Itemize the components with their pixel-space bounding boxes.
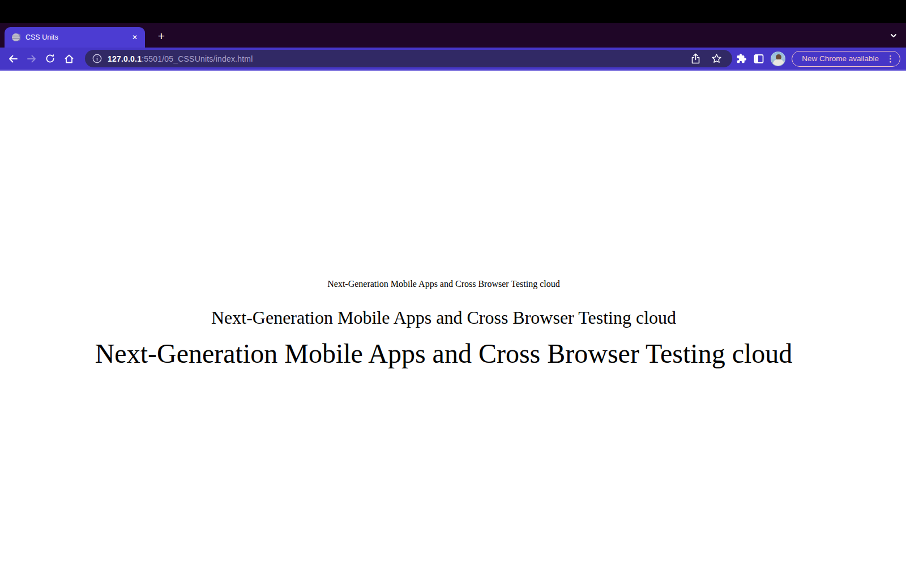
home-icon[interactable] bbox=[59, 49, 78, 68]
profile-avatar[interactable] bbox=[771, 51, 785, 66]
address-bar-actions bbox=[691, 53, 724, 64]
heading-medium: Next-Generation Mobile Apps and Cross Br… bbox=[0, 307, 887, 328]
page-content: Next-Generation Mobile Apps and Cross Br… bbox=[0, 71, 887, 369]
overflow-menu-icon[interactable]: ⋮ bbox=[886, 54, 895, 63]
tab-title: CSS Units bbox=[25, 33, 125, 41]
tab-search-chevron-icon[interactable] bbox=[888, 30, 899, 41]
browser-window: CSS Units ✕ + bbox=[0, 0, 906, 588]
tab-close-icon[interactable]: ✕ bbox=[130, 33, 139, 42]
url-text: 127.0.0.1:5501/05_CSSUnits/index.html bbox=[108, 54, 253, 63]
chrome-update-label: New Chrome available bbox=[802, 54, 879, 63]
globe-favicon-icon bbox=[11, 33, 20, 42]
url-path: :5501/05_CSSUnits/index.html bbox=[142, 54, 253, 63]
heading-large: Next-Generation Mobile Apps and Cross Br… bbox=[0, 338, 887, 369]
system-bar bbox=[0, 0, 906, 23]
tab-css-units[interactable]: CSS Units ✕ bbox=[5, 27, 145, 48]
chrome-update-button[interactable]: New Chrome available ⋮ bbox=[792, 51, 900, 67]
back-icon[interactable] bbox=[3, 49, 22, 68]
bookmark-star-icon[interactable] bbox=[711, 53, 722, 64]
side-panel-icon[interactable] bbox=[753, 53, 764, 65]
avatar-shirt bbox=[773, 59, 784, 66]
forward-icon[interactable] bbox=[22, 49, 41, 68]
heading-small: Next-Generation Mobile Apps and Cross Br… bbox=[0, 279, 887, 289]
tab-strip: CSS Units ✕ + bbox=[0, 23, 906, 48]
web-page: Next-Generation Mobile Apps and Cross Br… bbox=[0, 71, 906, 588]
navigation-buttons bbox=[3, 48, 78, 70]
toolbar-right-actions: New Chrome available ⋮ bbox=[735, 48, 900, 70]
address-bar[interactable]: 127.0.0.1:5501/05_CSSUnits/index.html bbox=[85, 50, 732, 67]
extensions-puzzle-icon[interactable] bbox=[735, 53, 747, 65]
browser-toolbar: 127.0.0.1:5501/05_CSSUnits/index.html bbox=[0, 48, 906, 71]
new-tab-button[interactable]: + bbox=[154, 29, 169, 44]
share-icon[interactable] bbox=[691, 53, 700, 64]
url-host: 127.0.0.1 bbox=[108, 54, 142, 63]
reload-icon[interactable] bbox=[41, 49, 59, 68]
site-info-icon[interactable] bbox=[92, 54, 102, 63]
